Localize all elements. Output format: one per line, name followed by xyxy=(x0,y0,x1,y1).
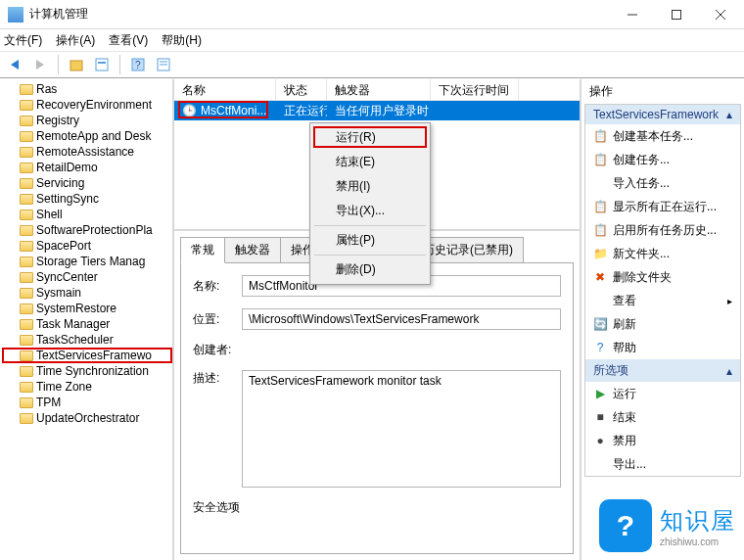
action-item[interactable]: 📋显示所有正在运行... xyxy=(585,195,740,218)
app-icon xyxy=(8,7,23,23)
action-item[interactable]: 导出... xyxy=(585,452,740,476)
tree-item[interactable]: Task Manager xyxy=(2,316,172,332)
folder-icon xyxy=(20,178,33,189)
forward-button[interactable] xyxy=(29,54,51,75)
tree-item[interactable]: Time Zone xyxy=(2,379,172,395)
folder-icon xyxy=(20,382,33,393)
tree-item[interactable]: SpacePort xyxy=(2,238,172,254)
action-item[interactable]: 🔄刷新 xyxy=(585,312,740,336)
close-button[interactable] xyxy=(698,1,742,28)
desc-field[interactable]: TextServicesFramework monitor task xyxy=(242,370,561,488)
tree-item[interactable]: SyncCenter xyxy=(2,269,172,285)
svg-rect-7 xyxy=(96,59,108,70)
svg-text:?: ? xyxy=(135,60,141,70)
menu-file[interactable]: 文件(F) xyxy=(4,32,42,49)
tree-item[interactable]: SystemRestore xyxy=(2,301,172,316)
col-trigger[interactable]: 触发器 xyxy=(327,79,431,100)
folder-icon xyxy=(20,257,33,267)
tree-item[interactable]: RemoteAssistance xyxy=(2,144,172,160)
tree-item[interactable]: TextServicesFramewo xyxy=(2,348,172,363)
cm-end[interactable]: 结束(E) xyxy=(312,150,428,174)
action-item[interactable]: ?帮助 xyxy=(585,336,740,359)
svg-rect-6 xyxy=(70,61,82,70)
col-next[interactable]: 下次运行时间 xyxy=(431,79,519,100)
context-menu: 运行(R) 结束(E) 禁用(I) 导出(X)... 属性(P) 删除(D) xyxy=(309,122,431,285)
refresh-icon[interactable] xyxy=(91,54,113,75)
svg-marker-4 xyxy=(11,60,19,70)
action-icon: ? xyxy=(593,341,607,354)
help-icon[interactable]: ? xyxy=(127,54,149,75)
action-icon: 📁 xyxy=(593,247,607,260)
maximize-button[interactable] xyxy=(654,1,698,28)
minimize-button[interactable] xyxy=(610,1,654,28)
cm-export[interactable]: 导出(X)... xyxy=(312,199,428,223)
up-button[interactable] xyxy=(66,54,87,75)
action-item[interactable]: 📋启用所有任务历史... xyxy=(585,218,740,242)
menu-view[interactable]: 查看(V) xyxy=(109,32,148,49)
tree-item[interactable]: Storage Tiers Manag xyxy=(2,254,172,269)
tree-item[interactable]: UpdateOrchestrator xyxy=(2,410,172,426)
folder-icon xyxy=(20,397,33,408)
actions-section-1[interactable]: TextServicesFramework▴ xyxy=(585,105,740,124)
tree-item[interactable]: SettingSync xyxy=(2,191,172,207)
name-label: 名称: xyxy=(193,278,234,295)
titlebar: 计算机管理 xyxy=(0,0,744,29)
properties-icon[interactable] xyxy=(153,54,174,75)
watermark-url: zhishiwu.com xyxy=(660,537,736,547)
tab-general[interactable]: 常规 xyxy=(180,237,225,263)
tree-item[interactable]: RetailDemo xyxy=(2,160,172,175)
action-item[interactable]: 📋创建基本任务... xyxy=(585,124,740,148)
action-item[interactable]: 查看 xyxy=(585,289,740,312)
folder-icon xyxy=(20,335,33,346)
menu-help[interactable]: 帮助(H) xyxy=(162,32,202,49)
tree-item[interactable]: RemoteApp and Desk xyxy=(2,128,172,144)
folder-icon xyxy=(20,366,33,377)
actions-panel: 操作 TextServicesFramework▴ 📋创建基本任务...📋创建任… xyxy=(581,79,744,560)
task-row[interactable]: 🕒MsCtfMoni... 正在运行 当任何用户登录时 xyxy=(174,101,580,120)
cm-props[interactable]: 属性(P) xyxy=(312,228,428,253)
menubar: 文件(F) 操作(A) 查看(V) 帮助(H) xyxy=(0,29,744,51)
action-item[interactable]: ●禁用 xyxy=(585,429,740,452)
folder-icon xyxy=(20,84,33,95)
tree-item[interactable]: Servicing xyxy=(2,175,172,191)
tab-triggers[interactable]: 触发器 xyxy=(224,237,281,263)
tree-item[interactable]: TPM xyxy=(2,395,172,410)
folder-icon xyxy=(20,319,33,330)
folder-icon xyxy=(20,303,33,314)
actions-section-2[interactable]: 所选项▴ xyxy=(585,359,740,382)
folder-icon xyxy=(20,272,33,283)
tree-item[interactable]: Ras xyxy=(2,81,172,97)
loc-field: \Microsoft\Windows\TextServicesFramework xyxy=(242,308,561,330)
toolbar: ? xyxy=(0,51,744,78)
col-state[interactable]: 状态 xyxy=(276,79,327,100)
action-icon: ● xyxy=(593,434,607,447)
folder-icon xyxy=(20,147,33,158)
col-name[interactable]: 名称 xyxy=(174,79,276,100)
action-item[interactable]: ■结束 xyxy=(585,405,740,429)
tree-item[interactable]: Registry xyxy=(2,113,172,128)
tree-item[interactable]: Sysmain xyxy=(2,285,172,301)
action-item[interactable]: 📋创建任务... xyxy=(585,148,740,171)
action-item[interactable]: 导入任务... xyxy=(585,171,740,195)
svg-rect-1 xyxy=(672,10,680,19)
action-icon: 📋 xyxy=(593,129,607,143)
menu-action[interactable]: 操作(A) xyxy=(56,32,95,49)
action-item[interactable]: 📁新文件夹... xyxy=(585,242,740,265)
svg-marker-5 xyxy=(36,60,44,70)
loc-label: 位置: xyxy=(193,311,234,328)
tree-item[interactable]: TaskScheduler xyxy=(2,332,172,348)
action-icon xyxy=(593,176,607,190)
cm-delete[interactable]: 删除(D) xyxy=(312,257,428,282)
folder-icon xyxy=(20,100,33,111)
chevron-up-icon: ▴ xyxy=(726,108,732,121)
back-button[interactable] xyxy=(4,54,25,75)
action-item[interactable]: ▶运行 xyxy=(585,382,740,405)
cm-disable[interactable]: 禁用(I) xyxy=(312,174,428,199)
action-item[interactable]: ✖删除文件夹 xyxy=(585,265,740,289)
tree-item[interactable]: Time Synchronization xyxy=(2,363,172,379)
tree-item[interactable]: Shell xyxy=(2,207,172,222)
tree-item[interactable]: RecoveryEnvironment xyxy=(2,97,172,113)
desc-label: 描述: xyxy=(193,370,234,387)
action-icon: 📋 xyxy=(593,200,607,213)
tree-item[interactable]: SoftwareProtectionPla xyxy=(2,222,172,238)
